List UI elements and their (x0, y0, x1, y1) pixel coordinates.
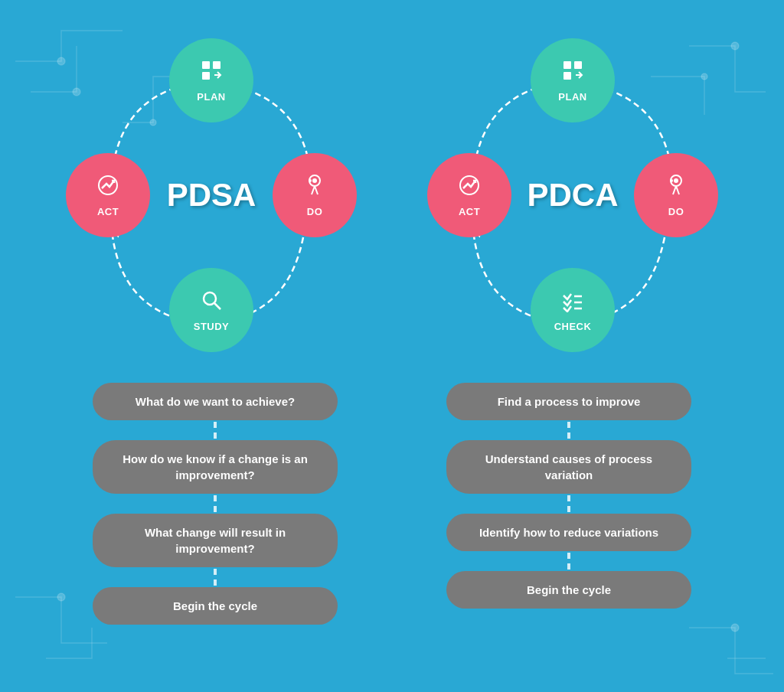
pdca-check-label: CHECK (554, 321, 592, 332)
svg-rect-12 (213, 61, 220, 69)
pdca-connector-1 (567, 422, 570, 439)
pdsa-do-icon (302, 173, 327, 203)
pdca-act-label: ACT (459, 206, 480, 217)
pdca-check-icon (560, 288, 585, 318)
pdsa-study-node: STUDY (169, 268, 253, 352)
svg-line-18 (214, 303, 220, 309)
pdsa-connector-1 (214, 422, 217, 439)
svg-point-15 (309, 179, 312, 182)
bottom-section: What do we want to achieve? How do we kn… (0, 375, 784, 640)
pdsa-study-icon (199, 288, 224, 318)
pdsa-title: PDSA (167, 177, 256, 214)
pdsa-step-2: How do we know if a change is an improve… (93, 440, 338, 494)
pdsa-act-node: ACT (66, 153, 150, 237)
svg-point-16 (312, 178, 317, 183)
pdsa-plan-label: PLAN (197, 91, 225, 103)
svg-point-28 (670, 179, 673, 182)
svg-rect-25 (574, 61, 582, 69)
svg-rect-24 (564, 61, 571, 69)
svg-point-29 (674, 178, 678, 183)
pdca-step-4: Begin the cycle (446, 571, 691, 609)
pdsa-plan-node: PLAN (169, 38, 253, 122)
pdca-do-label: DO (668, 206, 684, 217)
pdca-connector-3 (567, 553, 570, 570)
svg-point-17 (204, 292, 216, 305)
pdca-title: PDCA (527, 177, 618, 214)
pdsa-connector-3 (214, 569, 217, 586)
pdca-diagram: PDCA PLAN (412, 23, 733, 367)
pdca-step-1: Find a process to improve (446, 383, 691, 420)
svg-rect-11 (202, 61, 210, 69)
pdca-connector-2 (567, 495, 570, 512)
pdca-plan-icon (560, 58, 585, 88)
pdsa-diagram: PDSA PLAN (51, 23, 372, 367)
pdsa-plan-icon (199, 58, 224, 88)
pdsa-connector-2 (214, 495, 217, 512)
pdca-act-node: ACT (427, 153, 511, 237)
svg-rect-26 (564, 72, 571, 80)
pdca-act-icon (457, 173, 482, 203)
pdca-plan-label: PLAN (558, 91, 586, 103)
pdsa-step-3: What change will result in improvement? (93, 514, 338, 567)
pdsa-act-icon (96, 173, 120, 203)
pdsa-steps: What do we want to achieve? How do we kn… (81, 383, 349, 625)
pdsa-step-4: Begin the cycle (93, 587, 338, 625)
pdca-plan-node: PLAN (531, 38, 615, 122)
pdca-step-3: Identify how to reduce variations (446, 514, 691, 551)
diagrams-section: PDSA PLAN (0, 0, 784, 375)
pdca-steps: Find a process to improve Understand cau… (435, 383, 703, 625)
svg-rect-13 (202, 72, 210, 80)
pdsa-do-node: DO (273, 153, 357, 237)
pdsa-do-label: DO (307, 206, 323, 217)
pdca-do-icon (664, 173, 688, 203)
pdsa-step-1: What do we want to achieve? (93, 383, 338, 420)
content-wrapper: PDSA PLAN (0, 0, 784, 692)
pdsa-study-label: STUDY (194, 321, 230, 332)
pdca-step-2: Understand causes of process variation (446, 440, 691, 494)
pdsa-act-label: ACT (97, 206, 119, 217)
pdca-do-node: DO (634, 153, 718, 237)
pdca-check-node: CHECK (531, 268, 615, 352)
